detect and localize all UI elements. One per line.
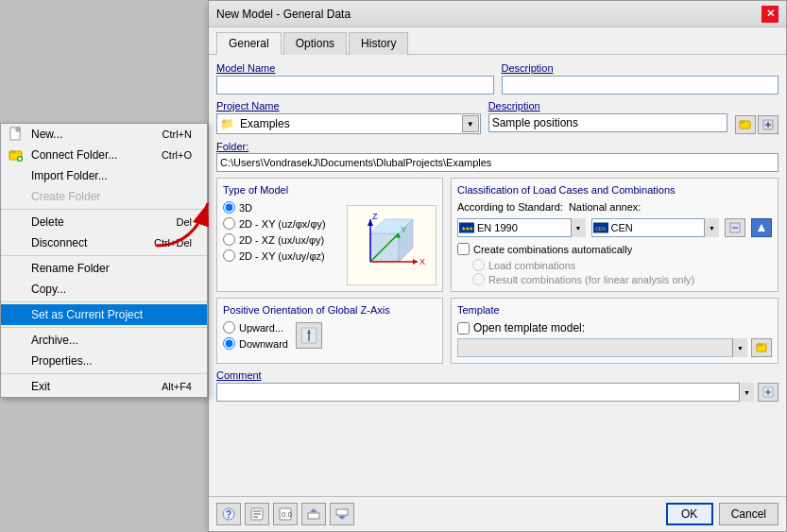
radio-3d-label: 3D — [239, 202, 252, 214]
separator-2 — [1, 255, 207, 256]
description-input[interactable] — [502, 76, 779, 94]
menu-item-new[interactable]: New... Ctrl+N — [1, 124, 207, 145]
calc-button[interactable]: 0.00 — [273, 503, 298, 525]
menu-label-create: Create Folder — [31, 190, 100, 203]
tab-general-label: General — [229, 37, 269, 50]
template-browse-button[interactable] — [751, 338, 772, 357]
ok-button[interactable]: OK — [666, 503, 713, 525]
tab-history[interactable]: History — [349, 32, 408, 55]
project-browse-button[interactable] — [735, 115, 756, 134]
radio-upward[interactable]: Upward... — [223, 321, 288, 334]
project-desc-group: Description — [488, 100, 727, 134]
menu-label-exit: Exit — [31, 380, 50, 393]
radio-3d[interactable]: 3D — [223, 201, 326, 214]
radio-2d-xz-ux[interactable]: 2D - XZ (ux/ux/φy) — [223, 233, 326, 246]
dialog-titlebar: New Model - General Data ✕ — [209, 1, 786, 27]
tab-history-label: History — [361, 37, 396, 50]
menu-item-connect-folder[interactable]: Connect Folder... Ctrl+O — [1, 145, 207, 165]
edit-button[interactable] — [245, 503, 269, 525]
radio-2d-xy-ux-input[interactable] — [223, 249, 235, 262]
cancel-button[interactable]: Cancel — [719, 503, 778, 525]
menu-label-copy: Copy... — [31, 283, 66, 296]
bottom-two-col: Positive Orientation of Global Z-Axis Up… — [216, 298, 778, 364]
project-name-group: Project Name 📁 Examples ▼ — [216, 100, 481, 134]
tab-options[interactable]: Options — [283, 32, 347, 55]
template-box: Template Open template model: ▼ — [451, 298, 778, 364]
standard-dropdown-arrow[interactable]: ▼ — [571, 218, 586, 237]
comment-select[interactable] — [216, 383, 754, 402]
type-of-model-box: Type of Model 3D 2D - XY (uz/φx/φy) — [216, 178, 443, 292]
project-select-wrapper: 📁 Examples ▼ — [216, 113, 481, 134]
menu-item-rename[interactable]: Rename Folder — [1, 258, 207, 279]
project-dropdown-arrow[interactable]: ▼ — [462, 115, 479, 132]
radio-2d-xy-uz-label: 2D - XY (uz/φx/φy) — [239, 218, 326, 230]
national-annex-dropdown-arrow[interactable]: ▼ — [704, 218, 719, 237]
footer-left-buttons: ? 0.00 — [216, 503, 354, 525]
menu-item-import-folder[interactable]: Import Folder... — [1, 165, 207, 186]
radio-2d-xz-ux-input[interactable] — [223, 233, 235, 246]
project-action-button[interactable] — [758, 115, 778, 134]
open-template-checkbox[interactable] — [457, 322, 470, 335]
template-dropdown-arrow: ▼ — [732, 338, 747, 357]
type-of-model-title: Type of Model — [223, 184, 436, 196]
menu-item-archive[interactable]: Archive... — [1, 330, 207, 351]
radio-downward-label: Downward — [239, 338, 288, 350]
separator-1 — [1, 209, 207, 210]
standard-select[interactable]: EN 1990 — [457, 218, 586, 237]
comment-dropdown-arrow[interactable]: ▼ — [739, 383, 754, 402]
menu-item-disconnect[interactable]: Disconnect Ctrl+Del — [1, 232, 207, 253]
radio-2d-xy-uz-input[interactable] — [223, 217, 235, 230]
menu-item-copy[interactable]: Copy... — [1, 279, 207, 300]
menu-item-delete[interactable]: Delete Del — [1, 212, 207, 232]
project-name-select[interactable]: Examples — [216, 113, 481, 134]
dialog-title: New Model - General Data — [216, 8, 351, 21]
menu-item-set-current[interactable]: Set as Current Project — [1, 304, 207, 325]
orientation-box: Positive Orientation of Global Z-Axis Up… — [216, 298, 443, 364]
orientation-title: Positive Orientation of Global Z-Axis — [223, 304, 436, 316]
radio-downward[interactable]: Downward — [223, 337, 288, 350]
help-button[interactable]: ? — [216, 503, 241, 525]
dialog-content: Model Name Description Project Name 📁 Ex… — [209, 55, 786, 496]
standard-settings-button[interactable] — [751, 218, 772, 237]
radio-upward-input[interactable] — [223, 321, 235, 334]
svg-marker-2 — [16, 128, 20, 131]
combination-options: Load combinations Result combinations (f… — [457, 259, 772, 285]
standard-select-wrap: ★★★ EN 1990 ▼ — [457, 218, 586, 237]
national-annex-select[interactable]: CEN — [591, 218, 720, 237]
radio-downward-input[interactable] — [223, 337, 235, 350]
radio-3d-input[interactable] — [223, 201, 235, 214]
comment-input-wrap: ▼ — [216, 383, 754, 402]
project-desc-input[interactable] — [488, 113, 727, 132]
export-button[interactable] — [330, 503, 354, 525]
menu-item-properties[interactable]: Properties... — [1, 351, 207, 371]
folder-section: Folder: C:\Users\VondrasekJ\Documents\Dl… — [216, 140, 778, 172]
import-button[interactable] — [301, 503, 326, 525]
menu-item-exit[interactable]: Exit Alt+F4 — [1, 376, 207, 397]
tab-general[interactable]: General — [216, 32, 282, 55]
dialog-footer: ? 0.00 — [209, 496, 786, 531]
load-combs-radio — [472, 259, 485, 271]
description-label: Description — [502, 62, 779, 74]
classification-title: Classification of Load Cases and Combina… — [457, 184, 772, 196]
standard-browse-button[interactable] — [725, 218, 745, 237]
model-name-input[interactable] — [216, 76, 494, 94]
menu-shortcut-delete: Del — [176, 216, 192, 228]
two-col-section: Type of Model 3D 2D - XY (uz/φx/φy) — [216, 178, 778, 292]
classification-col: Classification of Load Cases and Combina… — [451, 178, 778, 292]
svg-marker-27 — [758, 224, 765, 232]
template-title: Template — [457, 304, 772, 316]
type-of-model-radios: 3D 2D - XY (uz/φx/φy) 2D - XZ (ux/ux/φy) — [223, 201, 326, 285]
create-combs-checkbox[interactable] — [457, 243, 470, 255]
comment-action-button[interactable] — [758, 383, 778, 402]
radio-2d-xy-ux[interactable]: 2D - XY (ux/uy/φz) — [223, 249, 326, 262]
menu-item-create-folder: Create Folder — [1, 186, 207, 207]
national-annex-label: National annex: — [569, 201, 663, 213]
folder-icon: 📁 — [220, 117, 234, 130]
svg-text:0.00: 0.00 — [282, 510, 292, 519]
menu-shortcut-connect: Ctrl+O — [162, 149, 192, 161]
create-combs-label: Create combinations automatically — [473, 244, 632, 255]
close-button[interactable]: ✕ — [761, 6, 778, 23]
orientation-image-button[interactable] — [296, 322, 322, 349]
folder-label: Folder: — [216, 141, 248, 152]
radio-2d-xy-uz[interactable]: 2D - XY (uz/φx/φy) — [223, 217, 326, 230]
